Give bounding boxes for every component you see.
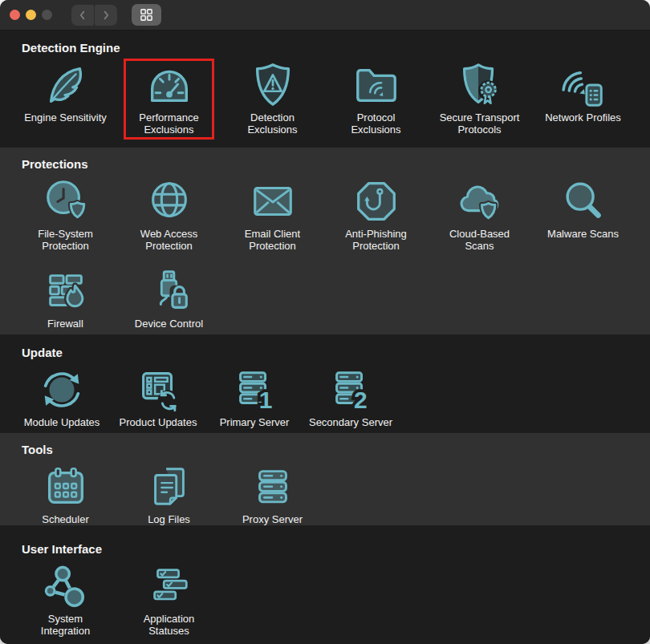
zoom-button-disabled bbox=[42, 10, 52, 20]
tile-secondary-server[interactable]: 2Secondary Server bbox=[303, 365, 399, 428]
section-update: UpdateModule UpdatesProduct Updates1Prim… bbox=[0, 335, 650, 432]
tile-secure-transport-protocols[interactable]: Secure Transport Protocols bbox=[428, 60, 531, 136]
section-title: Detection Engine bbox=[22, 41, 650, 55]
folder-wifi-icon bbox=[351, 60, 401, 110]
tile-protocol-exclusions[interactable]: Protocol Exclusions bbox=[324, 60, 428, 136]
section-detection-engine: Detection EngineEngine SensitivityPerfor… bbox=[0, 30, 650, 147]
globe-icon bbox=[144, 176, 194, 226]
tile-web-access-protection[interactable]: Web Access Protection bbox=[117, 176, 221, 252]
sync-circle-icon bbox=[37, 365, 87, 415]
tile-proxy-server[interactable]: Proxy Server bbox=[221, 462, 324, 525]
back-button[interactable] bbox=[71, 5, 94, 26]
tile-row: File-System ProtectionWeb Access Protect… bbox=[0, 176, 650, 252]
tile-performance-exclusions[interactable]: Performance Exclusions bbox=[117, 60, 221, 136]
minimize-button[interactable] bbox=[26, 10, 36, 20]
tile-anti-phishing-protection[interactable]: Anti-Phishing Protection bbox=[324, 176, 428, 252]
server-stack-icon bbox=[248, 462, 298, 512]
bricks-flame-icon bbox=[41, 266, 91, 316]
forward-button[interactable] bbox=[95, 5, 117, 26]
tile-label: Primary Server bbox=[206, 416, 303, 428]
tile-primary-server[interactable]: 1Primary Server bbox=[206, 365, 303, 428]
tile-row: FirewallDevice Control bbox=[0, 266, 650, 330]
tile-label: Protocol Exclusions bbox=[324, 111, 428, 136]
nav-buttons bbox=[71, 5, 117, 26]
section-title: Tools bbox=[22, 443, 650, 457]
section-tools: ToolsSchedulerLog FilesProxy Server bbox=[0, 432, 650, 526]
tile-label: System Integration bbox=[14, 613, 117, 637]
tile-label: Scheduler bbox=[14, 513, 117, 525]
magnifier-icon bbox=[559, 176, 608, 226]
panel-sync-icon bbox=[133, 365, 183, 415]
tile-email-client-protection[interactable]: Email Client Protection bbox=[221, 176, 324, 252]
shield-alert-icon bbox=[248, 60, 298, 110]
tile-cloud-based-scans[interactable]: Cloud-Based Scans bbox=[428, 176, 531, 252]
status-bars-icon bbox=[144, 561, 194, 611]
usb-lock-icon bbox=[144, 266, 194, 316]
tile-file-system-protection[interactable]: File-System Protection bbox=[14, 176, 117, 252]
tile-label: Application Statuses bbox=[117, 613, 221, 637]
feather-icon bbox=[41, 60, 91, 110]
documents-icon bbox=[144, 462, 194, 512]
tile-device-control[interactable]: Device Control bbox=[117, 266, 221, 330]
tile-label: Network Profiles bbox=[531, 111, 635, 124]
tile-module-updates[interactable]: Module Updates bbox=[14, 365, 110, 428]
chevron-right-icon bbox=[100, 10, 112, 21]
show-all-preferences-button[interactable] bbox=[132, 4, 161, 26]
tile-label: Log Files bbox=[117, 513, 221, 525]
network-nodes-icon bbox=[41, 561, 91, 611]
cloud-shield-icon bbox=[455, 176, 505, 226]
tile-firewall[interactable]: Firewall bbox=[14, 266, 117, 330]
section-title: Update bbox=[22, 346, 650, 360]
tile-label: Secondary Server bbox=[303, 416, 399, 428]
shield-badge-icon bbox=[455, 60, 505, 110]
tile-label: Device Control bbox=[117, 318, 221, 330]
clock-shield-icon bbox=[41, 176, 91, 226]
tile-row: SchedulerLog FilesProxy Server bbox=[0, 462, 650, 525]
titlebar bbox=[0, 0, 650, 30]
tile-row: Module UpdatesProduct Updates1Primary Se… bbox=[0, 365, 650, 428]
tile-label: Engine Sensitivity bbox=[14, 111, 117, 124]
tile-label: File-System Protection bbox=[14, 228, 117, 252]
tile-malware-scans[interactable]: Malware Scans bbox=[531, 176, 635, 240]
section-title: Protections bbox=[22, 157, 650, 172]
tile-label: Anti-Phishing Protection bbox=[324, 228, 428, 252]
tile-label: Secure Transport Protocols bbox=[428, 111, 531, 136]
tile-label: Cloud-Based Scans bbox=[428, 228, 531, 252]
section-protections: ProtectionsFile-System ProtectionWeb Acc… bbox=[0, 147, 650, 335]
close-button[interactable] bbox=[10, 10, 20, 20]
tile-product-updates[interactable]: Product Updates bbox=[110, 365, 206, 428]
tile-row: System IntegrationApplication Statuses bbox=[0, 561, 650, 637]
tile-network-profiles[interactable]: Network Profiles bbox=[531, 60, 635, 124]
tile-label: Module Updates bbox=[14, 416, 110, 428]
server-two-icon: 2 bbox=[326, 365, 376, 415]
svg-text:2: 2 bbox=[354, 387, 368, 413]
envelope-icon bbox=[248, 176, 298, 226]
preferences-grid: Detection EngineEngine SensitivityPerfor… bbox=[0, 30, 650, 644]
section-title: User Interface bbox=[22, 542, 650, 557]
tile-log-files[interactable]: Log Files bbox=[117, 462, 221, 525]
tile-label: Proxy Server bbox=[221, 513, 324, 525]
section-user-interface: User InterfaceSystem IntegrationApplicat… bbox=[0, 526, 650, 644]
tile-label: Email Client Protection bbox=[221, 228, 324, 252]
server-one-icon: 1 bbox=[230, 365, 279, 415]
tile-label: Firewall bbox=[14, 318, 117, 330]
tile-detection-exclusions[interactable]: Detection Exclusions bbox=[221, 60, 324, 136]
preferences-window: Detection EngineEngine SensitivityPerfor… bbox=[0, 0, 650, 644]
tile-scheduler[interactable]: Scheduler bbox=[14, 462, 117, 525]
octagon-hook-icon bbox=[351, 176, 401, 226]
svg-text:1: 1 bbox=[259, 387, 273, 413]
tile-label: Performance Exclusions bbox=[117, 111, 221, 136]
tile-label: Product Updates bbox=[110, 416, 206, 428]
tile-engine-sensitivity[interactable]: Engine Sensitivity bbox=[14, 60, 117, 124]
tile-system-integration[interactable]: System Integration bbox=[14, 561, 117, 637]
tile-label: Web Access Protection bbox=[117, 228, 221, 252]
tile-row: Engine SensitivityPerformance Exclusions… bbox=[0, 60, 650, 136]
calendar-icon bbox=[41, 462, 91, 512]
wifi-device-icon bbox=[559, 60, 608, 110]
grid-icon bbox=[140, 8, 153, 22]
tile-application-statuses[interactable]: Application Statuses bbox=[117, 561, 221, 637]
tile-label: Detection Exclusions bbox=[221, 111, 324, 136]
gauge-icon bbox=[144, 60, 194, 110]
chevron-left-icon bbox=[77, 10, 88, 21]
tile-label: Malware Scans bbox=[531, 228, 635, 240]
